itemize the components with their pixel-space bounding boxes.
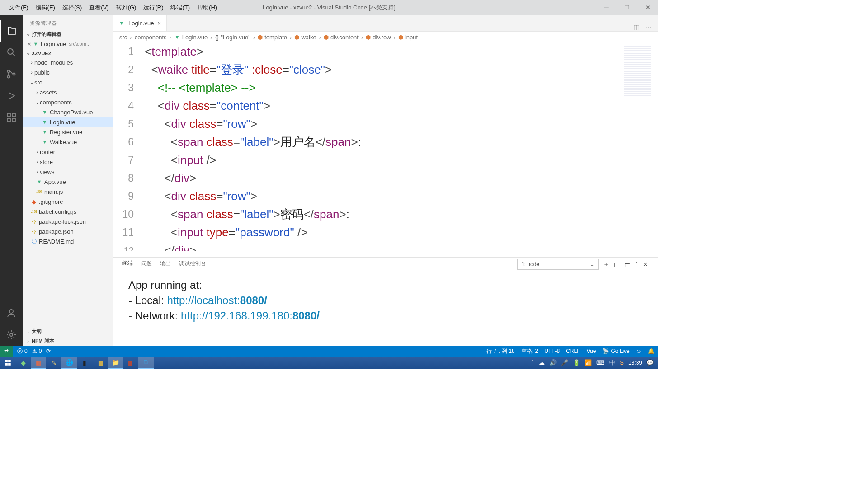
minimize-button[interactable]: ─ — [596, 0, 617, 15]
close-button[interactable]: ✕ — [637, 0, 658, 15]
remote-indicator[interactable]: ⇄ — [0, 346, 13, 357]
panel-tab-problems[interactable]: 问题 — [141, 260, 152, 269]
tree-item-waike[interactable]: ▼Waike.vue — [23, 137, 113, 147]
status-errors[interactable]: ⓧ 0 — [17, 347, 28, 355]
tree-item-store[interactable]: ›store — [23, 157, 113, 167]
taskbar-ppt[interactable]: ▦ — [123, 357, 138, 369]
npm-scripts-section[interactable]: ›NPM 脚本 — [23, 336, 113, 346]
tray-sogou-icon[interactable]: S — [620, 359, 624, 366]
tree-item-public[interactable]: ›public — [23, 67, 113, 77]
menu-view[interactable]: 查看(V) — [85, 4, 112, 12]
terminal-selector[interactable]: 1: node⌄ — [517, 259, 599, 270]
close-panel-icon[interactable]: ✕ — [643, 261, 648, 268]
tray-chevron-icon[interactable]: ˄ — [531, 359, 534, 366]
close-tab-icon[interactable]: × — [157, 20, 161, 27]
editor-group: ▼ Login.vue × ◫ ··· src› components› ▼Lo… — [113, 15, 658, 346]
tree-item-login[interactable]: ▼Login.vue — [23, 117, 113, 127]
menu-terminal[interactable]: 终端(T) — [167, 4, 193, 12]
split-terminal-icon[interactable]: ◫ — [614, 261, 620, 268]
tree-item-app[interactable]: ▼App.vue — [23, 177, 113, 187]
status-bell-icon[interactable]: 🔔 — [648, 348, 655, 354]
tree-item-views[interactable]: ›views — [23, 167, 113, 177]
source-control-icon[interactable] — [0, 63, 23, 85]
editor-tabs: ▼ Login.vue × ◫ ··· — [113, 15, 658, 32]
status-eol[interactable]: CRLF — [566, 348, 580, 354]
breadcrumbs[interactable]: src› components› ▼Login.vue› {}"Login.vu… — [113, 32, 658, 42]
editor-more-icon[interactable]: ··· — [645, 23, 651, 31]
taskbar-cmd[interactable]: ▮ — [77, 357, 92, 369]
tray-sync-icon[interactable]: ☁ — [539, 359, 545, 366]
terminal-line: - Local: http://localhost:8080/ — [128, 293, 643, 308]
taskbar-app[interactable]: ▦ — [31, 357, 46, 369]
tree-item-main[interactable]: JSmain.js — [23, 187, 113, 197]
split-editor-icon[interactable]: ◫ — [633, 23, 640, 31]
project-section[interactable]: ⌄XZVUE2 — [23, 49, 113, 57]
tree-item-router[interactable]: ›router — [23, 147, 113, 157]
maximize-button[interactable]: ☐ — [617, 0, 637, 15]
new-terminal-icon[interactable]: ＋ — [603, 260, 609, 268]
tray-clock[interactable]: 13:39 — [628, 360, 642, 366]
tree-item-pkg[interactable]: {}package.json — [23, 226, 113, 236]
taskbar-app[interactable]: ▦ — [92, 357, 108, 369]
taskbar-folder[interactable]: 📁 — [108, 357, 123, 369]
tree-item-changepwd[interactable]: ▼ChangePwd.vue — [23, 107, 113, 117]
menu-select[interactable]: 选择(S) — [59, 4, 85, 12]
status-indent[interactable]: 空格: 2 — [521, 347, 538, 355]
tray-sound-icon[interactable]: 🔊 — [549, 359, 557, 366]
tree-item-src[interactable]: ⌄src — [23, 77, 113, 87]
tree-item-node_modules[interactable]: ›node_modules — [23, 57, 113, 67]
status-encoding[interactable]: UTF-8 — [544, 348, 560, 354]
tree-item-assets[interactable]: ›assets — [23, 87, 113, 97]
status-warnings[interactable]: ⚠ 0 — [32, 348, 42, 354]
code-editor[interactable]: 1<template> 2 <waike title="登录" :close="… — [113, 42, 658, 257]
sidebar-more-icon[interactable]: ··· — [100, 20, 105, 27]
tree-item-readme[interactable]: ⓘREADME.md — [23, 236, 113, 246]
explorer-icon[interactable] — [0, 20, 23, 42]
tree-item-register[interactable]: ▼Register.vue — [23, 127, 113, 137]
maximize-panel-icon[interactable]: ˄ — [635, 261, 638, 268]
extensions-icon[interactable] — [0, 107, 23, 128]
activity-bar — [0, 15, 23, 346]
panel-tab-terminal[interactable]: 终端 — [122, 259, 133, 269]
menu-help[interactable]: 帮助(H) — [193, 4, 221, 12]
menu-run[interactable]: 运行(R) — [140, 4, 167, 12]
account-icon[interactable] — [0, 302, 23, 324]
run-debug-icon[interactable] — [0, 85, 23, 107]
taskbar-chrome[interactable]: 🌐 — [61, 357, 77, 369]
status-feedback-icon[interactable]: ☺ — [636, 348, 642, 354]
menu-file[interactable]: 文件(F) — [5, 4, 32, 12]
tree-item-gitignore[interactable]: ◆.gitignore — [23, 197, 113, 206]
taskbar-app[interactable]: ✎ — [46, 357, 61, 369]
status-golive[interactable]: 📡 Go Live — [602, 348, 629, 354]
tray-keyboard-icon[interactable]: ⌨ — [596, 359, 605, 366]
vue-file-icon: ▼ — [33, 41, 39, 47]
tray-notifications-icon[interactable]: 💬 — [646, 359, 654, 366]
settings-icon[interactable] — [0, 324, 23, 346]
kill-terminal-icon[interactable]: 🗑 — [624, 261, 631, 268]
panel-tab-output[interactable]: 输出 — [160, 260, 171, 269]
taskbar-app[interactable]: ◆ — [15, 357, 31, 369]
open-editors-section[interactable]: ⌄打开的编辑器 — [23, 29, 113, 39]
close-editor-icon[interactable]: × — [26, 41, 33, 47]
status-live-icon[interactable]: ⟳ — [46, 348, 51, 354]
panel-tab-debug[interactable]: 调试控制台 — [179, 260, 206, 269]
menu-goto[interactable]: 转到(G) — [113, 4, 140, 12]
tray-wifi-icon[interactable]: 📶 — [585, 359, 592, 366]
start-button[interactable] — [0, 357, 15, 369]
open-editor-item[interactable]: × ▼ Login.vue src\com... — [23, 39, 113, 49]
tree-item-components[interactable]: ⌄components — [23, 97, 113, 107]
outline-section[interactable]: ›大纲 — [23, 327, 113, 336]
tree-item-babel[interactable]: JSbabel.config.js — [23, 206, 113, 216]
status-position[interactable]: 行 7，列 18 — [486, 347, 515, 355]
tab-login[interactable]: ▼ Login.vue × — [113, 15, 167, 31]
search-icon[interactable] — [0, 42, 23, 63]
menu-edit[interactable]: 编辑(E) — [32, 4, 59, 12]
tray-mic-icon[interactable]: 🎤 — [561, 359, 568, 366]
status-language[interactable]: Vue — [586, 348, 596, 354]
tree-item-pkglock[interactable]: {}package-lock.json — [23, 216, 113, 226]
terminal-content[interactable]: App running at: - Local: http://localhos… — [113, 271, 658, 346]
tray-battery-icon[interactable]: 🔋 — [573, 359, 580, 366]
terminal-line: App running at: — [128, 277, 643, 293]
tray-input-icon[interactable]: 中 — [609, 359, 615, 367]
taskbar-vscode[interactable]: ⧉ — [138, 357, 154, 369]
